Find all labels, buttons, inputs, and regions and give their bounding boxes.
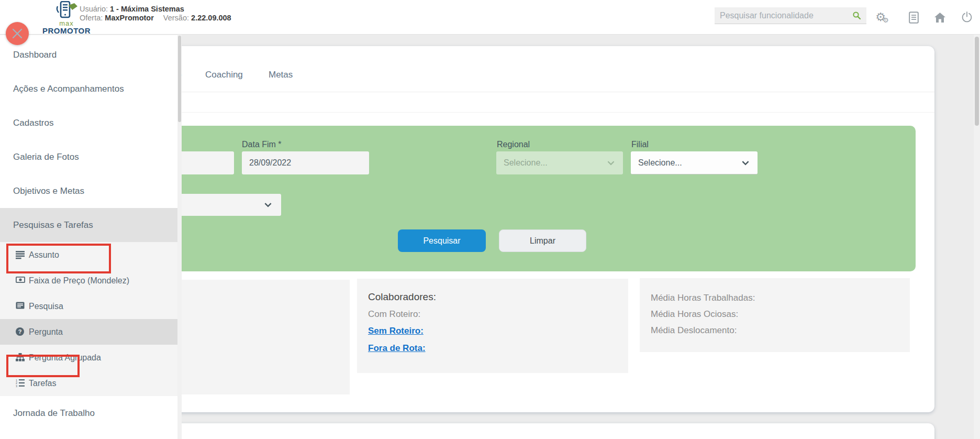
sidebar-item-label: Cadastros <box>13 118 53 128</box>
logo-phone-icon <box>54 1 79 19</box>
sidebar-item-label: Pesquisa <box>29 302 63 311</box>
sidebar-menu: DashboardAções e AcompanhamentosCadastro… <box>0 35 177 439</box>
sidebar-item-label: Galeria de Fotos <box>13 152 79 162</box>
sidebar-item-pergunta-agrupada[interactable]: Pergunta Agrupada <box>0 345 177 370</box>
sidebar-item-label: Jornada de Trabalho <box>13 408 95 419</box>
chevron-down-icon <box>606 158 616 168</box>
align-icon <box>16 250 25 259</box>
tab-coaching[interactable]: Coaching <box>205 70 243 80</box>
stats-box-empty <box>162 280 350 394</box>
stats-box-averages: Média Horas Trabalhadas: Média Horas Oci… <box>640 278 910 352</box>
media-horas-trabalhadas: Média Horas Trabalhadas: <box>651 293 910 303</box>
sidebar-item-label: Pesquisas e Tarefas <box>13 220 93 231</box>
sidebar-item-label: Dashboard <box>13 50 57 60</box>
gears-icon[interactable]: ⚙⚙ <box>874 9 890 25</box>
close-menu-button[interactable] <box>6 22 29 45</box>
sidebar-item-faixa-de-preco-mondelez[interactable]: Faixa de Preço (Mondelez) <box>0 268 177 293</box>
sidebar-item-label: Assunto <box>29 250 59 260</box>
svg-text:3: 3 <box>16 385 17 387</box>
maxpromotor-app: o Coaching Metas Data Fim * Regional Fil… <box>0 0 980 439</box>
functionality-search-input[interactable] <box>720 11 852 20</box>
clear-button[interactable]: Limpar <box>499 229 586 252</box>
stats-box-collaborators: Colaboradores: Com Roteiro: Sem Roteiro:… <box>357 279 628 373</box>
version-value: 2.22.09.008 <box>191 14 231 22</box>
sidebar-item-cadastros[interactable]: Cadastros <box>0 106 177 140</box>
user-info: Usuário: 1 - Máxima Sistemas Oferta: Max… <box>80 5 231 23</box>
sidebar-item-pergunta[interactable]: ?Pergunta <box>0 319 177 345</box>
sidebar-scrollbar[interactable] <box>177 35 182 439</box>
sidebar-item-assunto[interactable]: Assunto <box>0 242 177 268</box>
topbar: max PROMOTOR Usuário: 1 - Máxima Sistema… <box>0 0 980 35</box>
regional-placeholder: Selecione... <box>504 158 548 168</box>
search-icon[interactable] <box>852 11 861 20</box>
search-button[interactable]: Pesquisar <box>398 229 486 252</box>
version-label: Versão: <box>163 14 189 22</box>
offer-label: Oferta: <box>80 14 103 22</box>
user-label: Usuário: <box>80 5 108 13</box>
chevron-down-icon <box>741 158 750 168</box>
sidebar-item-dashboard[interactable]: Dashboard <box>0 38 177 72</box>
sidebar-item-pesquisa[interactable]: Pesquisa <box>0 293 177 319</box>
home-icon[interactable] <box>932 9 948 25</box>
sidebar-item-jornada-de-trabalho[interactable]: Jornada de Trabalho <box>0 396 177 430</box>
filial-label: Filial <box>631 140 649 149</box>
data-fim-input[interactable]: 28/09/2022 <box>242 151 369 174</box>
fora-de-rota-link[interactable]: Fora de Rota: <box>368 343 628 354</box>
filter-panel: Data Fim * Regional Filial 28/09/2022 Se… <box>157 126 916 271</box>
sidebar-item-objetivos-e-metas[interactable]: Objetivos e Metas <box>0 174 177 208</box>
user-value: 1 - Máxima Sistemas <box>110 5 184 13</box>
regional-label: Regional <box>497 140 530 149</box>
regional-select[interactable]: Selecione... <box>496 151 623 174</box>
offer-value: MaxPromotor <box>105 14 153 22</box>
sidebar-item-tarefas[interactable]: 123Tarefas <box>0 370 177 396</box>
list-ol-icon: 123 <box>16 379 25 388</box>
sidebar-item-label: Faixa de Preço (Mondelez) <box>29 276 129 286</box>
sem-roteiro-link[interactable]: Sem Roteiro: <box>368 326 628 336</box>
svg-text:?: ? <box>18 328 22 335</box>
data-fim-value: 28/09/2022 <box>249 158 291 168</box>
media-horas-ociosas: Média Horas Ociosas: <box>651 309 910 320</box>
tabs-divider <box>168 92 934 92</box>
filial-placeholder: Selecione... <box>638 158 682 168</box>
filial-select[interactable]: Selecione... <box>631 151 758 174</box>
logo-text-promotor: PROMOTOR <box>38 26 95 35</box>
sidebar-item-label: Tarefas <box>29 379 56 388</box>
sidebar-item-label: Pergunta <box>29 327 63 337</box>
page-scrollbar[interactable] <box>974 35 980 439</box>
sitemap-icon <box>16 353 25 362</box>
panel-divider <box>168 112 934 113</box>
list-alt-icon <box>16 302 25 311</box>
money-icon <box>16 276 25 285</box>
sidebar-item-label: Ações e Acompanhamentos <box>13 84 124 94</box>
sidebar-item-galeria-de-fotos[interactable]: Galeria de Fotos <box>0 140 177 174</box>
data-fim-label: Data Fim * <box>242 140 282 149</box>
com-roteiro-label: Com Roteiro: <box>368 309 628 320</box>
media-deslocamento: Média Deslocamento: <box>651 325 910 336</box>
functionality-search <box>715 7 866 24</box>
secondary-content-card <box>168 423 934 439</box>
close-icon <box>12 28 23 39</box>
tab-metas[interactable]: Metas <box>269 70 293 80</box>
sidebar-item-pesquisas-e-tarefas[interactable]: Pesquisas e Tarefas <box>0 208 177 242</box>
sidebar-item-label: Pergunta Agrupada <box>29 353 101 363</box>
report-icon[interactable] <box>906 9 921 25</box>
power-icon[interactable] <box>959 9 975 25</box>
sidebar-item-acoes-e-acompanhamentos[interactable]: Ações e Acompanhamentos <box>0 72 177 106</box>
sidebar-item-label: Objetivos e Metas <box>13 186 84 196</box>
question-icon: ? <box>16 327 25 336</box>
chevron-down-icon <box>263 200 273 210</box>
collaborators-title: Colaboradores: <box>368 291 628 303</box>
